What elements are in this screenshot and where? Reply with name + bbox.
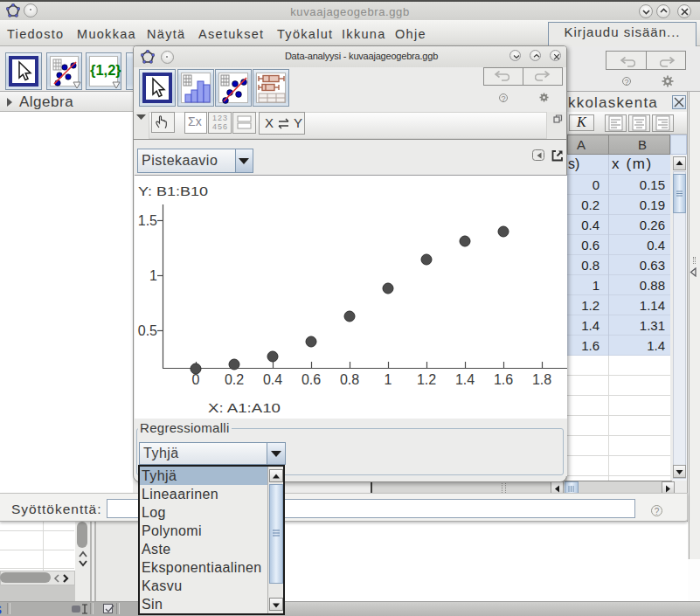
svg-text:Y: B1:B10: Y: B1:B10 bbox=[138, 183, 208, 198]
svg-text:X: A1:A10: X: A1:A10 bbox=[208, 400, 281, 415]
svg-text:1.8: 1.8 bbox=[532, 372, 551, 387]
svg-text:0.6: 0.6 bbox=[301, 372, 321, 387]
svg-text:1.4: 1.4 bbox=[455, 372, 475, 387]
svg-text:0.5: 0.5 bbox=[138, 323, 157, 338]
svg-text:1.6: 1.6 bbox=[494, 372, 513, 387]
svg-text:0.2: 0.2 bbox=[225, 372, 244, 387]
svg-text:1: 1 bbox=[149, 268, 157, 283]
svg-text:1.2: 1.2 bbox=[417, 372, 436, 387]
svg-text:1: 1 bbox=[385, 372, 392, 387]
svg-text:0.4: 0.4 bbox=[263, 372, 282, 387]
svg-text:1.5: 1.5 bbox=[138, 213, 157, 228]
svg-text:0: 0 bbox=[192, 372, 200, 387]
svg-text:0.8: 0.8 bbox=[340, 372, 359, 387]
